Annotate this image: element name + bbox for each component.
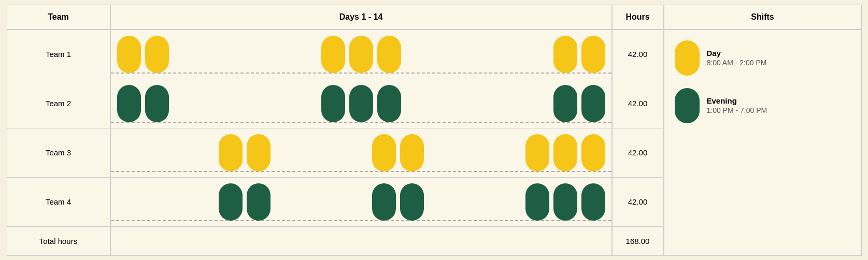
pill (117, 85, 141, 122)
hours-cell-team1: 42.00 (611, 30, 663, 79)
hours-cell-team2: 42.00 (611, 79, 663, 128)
days-area-team4 (111, 178, 611, 226)
pill (372, 183, 396, 221)
team-column-header: Team (7, 5, 111, 29)
total-row: Total hours 168.00 (7, 227, 663, 255)
pill (145, 36, 169, 73)
pill (117, 36, 141, 73)
pill (581, 183, 605, 221)
pills-row-team3 (117, 134, 605, 171)
evening-shift-color (675, 88, 700, 123)
days-area-team1 (111, 30, 611, 79)
team-label: Team 3 (7, 128, 111, 177)
pill (553, 183, 577, 221)
total-label: Total hours (7, 227, 111, 255)
header-row: Team Days 1 - 14 Hours (7, 5, 663, 30)
table-row: Team 3 (7, 128, 663, 178)
evening-shift-text: Evening 1:00 PM - 7:00 PM (707, 96, 767, 114)
pill (525, 183, 549, 221)
total-days-area (111, 227, 611, 255)
pill (400, 183, 424, 221)
pill (581, 85, 605, 122)
days-area-team3 (111, 128, 611, 177)
days-column-header: Days 1 - 14 (111, 5, 611, 29)
hours-column-header: Hours (611, 5, 663, 29)
pill (553, 36, 577, 73)
pill (321, 36, 345, 73)
day-shift-name: Day (707, 49, 767, 57)
schedule-table: Team Days 1 - 14 Hours Team 1 (7, 5, 862, 256)
team-label: Team 1 (7, 30, 111, 79)
pill (581, 134, 605, 171)
day-shift-time: 8:00 AM - 2:00 PM (707, 59, 767, 67)
team-label: Team 4 (7, 178, 111, 226)
pill (377, 85, 401, 122)
table-row: Team 2 42. (7, 79, 663, 128)
pill (400, 134, 424, 171)
pill (377, 36, 401, 73)
day-shift-color (675, 40, 700, 76)
pills-row-team4 (117, 183, 605, 221)
pill (349, 85, 373, 122)
pill (372, 134, 396, 171)
pill (553, 134, 577, 171)
team-label: Team 2 (7, 79, 111, 128)
pill (145, 85, 169, 122)
pills-row-team1 (117, 36, 605, 73)
main-section: Team Days 1 - 14 Hours Team 1 (7, 5, 664, 255)
hours-cell-team4: 42.00 (611, 178, 663, 226)
pill (247, 183, 271, 221)
shift-legend-evening: Evening 1:00 PM - 7:00 PM (675, 88, 851, 123)
days-area-team2 (111, 79, 611, 128)
shifts-header: Shifts (664, 5, 861, 30)
evening-shift-name: Evening (707, 96, 767, 105)
pill (349, 36, 373, 73)
pill (525, 134, 549, 171)
pill (219, 134, 243, 171)
pills-row-team2 (117, 85, 605, 122)
pill (553, 85, 577, 122)
table-row: Team 4 (7, 178, 663, 227)
evening-shift-time: 1:00 PM - 7:00 PM (707, 106, 767, 114)
shifts-section: Shifts Day 8:00 AM - 2:00 PM Evening 1:0… (664, 5, 861, 255)
hours-cell-team3: 42.00 (611, 128, 663, 177)
day-shift-text: Day 8:00 AM - 2:00 PM (707, 49, 767, 67)
total-hours-cell: 168.00 (611, 227, 663, 255)
pill (247, 134, 271, 171)
pill (219, 183, 243, 221)
table-row: Team 1 (7, 30, 663, 79)
shifts-body: Day 8:00 AM - 2:00 PM Evening 1:00 PM - … (664, 30, 861, 255)
shift-legend-day: Day 8:00 AM - 2:00 PM (675, 40, 851, 76)
pill (581, 36, 605, 73)
pill (321, 85, 345, 122)
